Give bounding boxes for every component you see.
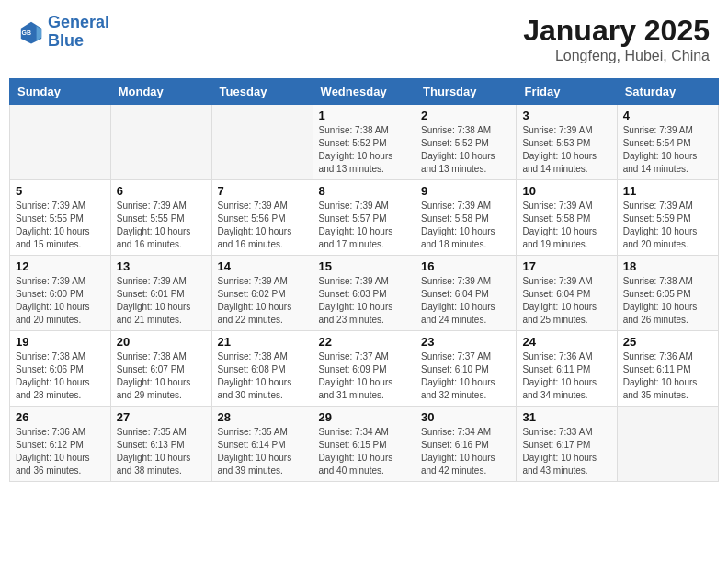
- day-number: 14: [218, 259, 307, 273]
- day-number: 7: [218, 184, 307, 198]
- calendar-cell: 17Sunrise: 7:39 AM Sunset: 6:04 PM Dayli…: [517, 256, 617, 331]
- day-number: 21: [218, 335, 307, 349]
- day-number: 2: [421, 109, 510, 122]
- calendar-cell: 2Sunrise: 7:38 AM Sunset: 5:52 PM Daylig…: [415, 105, 517, 180]
- day-number: 24: [522, 335, 610, 349]
- day-number: 19: [16, 335, 105, 349]
- calendar-cell: 31Sunrise: 7:33 AM Sunset: 6:17 PM Dayli…: [517, 407, 617, 482]
- calendar-cell: 4Sunrise: 7:39 AM Sunset: 5:54 PM Daylig…: [617, 105, 718, 180]
- calendar-cell: 1Sunrise: 7:38 AM Sunset: 5:52 PM Daylig…: [313, 105, 415, 180]
- day-info: Sunrise: 7:36 AM Sunset: 6:12 PM Dayligh…: [16, 426, 105, 477]
- calendar-cell: 30Sunrise: 7:34 AM Sunset: 6:16 PM Dayli…: [415, 407, 517, 482]
- calendar-cell: 6Sunrise: 7:39 AM Sunset: 5:55 PM Daylig…: [110, 180, 211, 256]
- calendar-cell: 13Sunrise: 7:39 AM Sunset: 6:01 PM Dayli…: [110, 256, 211, 331]
- day-number: 12: [16, 259, 105, 273]
- weekday-header-row: SundayMondayTuesdayWednesdayThursdayFrid…: [10, 79, 719, 105]
- calendar-cell: 29Sunrise: 7:34 AM Sunset: 6:15 PM Dayli…: [313, 407, 415, 482]
- day-info: Sunrise: 7:33 AM Sunset: 6:17 PM Dayligh…: [522, 426, 610, 477]
- day-number: 20: [117, 335, 206, 349]
- weekday-header-wednesday: Wednesday: [313, 79, 415, 105]
- day-number: 18: [623, 259, 712, 273]
- day-number: 13: [117, 259, 206, 273]
- day-number: 6: [117, 184, 206, 198]
- day-info: Sunrise: 7:37 AM Sunset: 6:10 PM Dayligh…: [421, 350, 510, 402]
- calendar-cell: 21Sunrise: 7:38 AM Sunset: 6:08 PM Dayli…: [211, 331, 313, 407]
- weekday-header-thursday: Thursday: [415, 79, 517, 105]
- title-block: January 2025 Longfeng, Hubei, China: [523, 14, 710, 64]
- day-info: Sunrise: 7:39 AM Sunset: 6:03 PM Dayligh…: [319, 275, 409, 327]
- day-number: 22: [319, 335, 409, 349]
- day-number: 11: [623, 184, 712, 198]
- calendar-week-row: 12Sunrise: 7:39 AM Sunset: 6:00 PM Dayli…: [10, 256, 719, 331]
- weekday-header-monday: Monday: [110, 79, 211, 105]
- day-info: Sunrise: 7:38 AM Sunset: 5:52 PM Dayligh…: [319, 124, 409, 176]
- location-title: Longfeng, Hubei, China: [523, 48, 710, 64]
- day-number: 9: [421, 184, 510, 198]
- weekday-header-friday: Friday: [517, 79, 617, 105]
- day-info: Sunrise: 7:39 AM Sunset: 6:04 PM Dayligh…: [522, 275, 610, 327]
- day-info: Sunrise: 7:39 AM Sunset: 6:02 PM Dayligh…: [218, 275, 307, 327]
- calendar-cell: 23Sunrise: 7:37 AM Sunset: 6:10 PM Dayli…: [415, 331, 517, 407]
- day-info: Sunrise: 7:34 AM Sunset: 6:15 PM Dayligh…: [319, 426, 409, 477]
- day-info: Sunrise: 7:39 AM Sunset: 5:58 PM Dayligh…: [421, 200, 510, 251]
- calendar-cell: 12Sunrise: 7:39 AM Sunset: 6:00 PM Dayli…: [10, 256, 111, 331]
- svg-text:GB: GB: [22, 29, 32, 36]
- calendar-cell: 10Sunrise: 7:39 AM Sunset: 5:58 PM Dayli…: [517, 180, 617, 256]
- day-info: Sunrise: 7:38 AM Sunset: 6:06 PM Dayligh…: [16, 350, 105, 402]
- calendar-cell: [10, 105, 111, 180]
- day-number: 27: [117, 410, 206, 424]
- weekday-header-tuesday: Tuesday: [211, 79, 313, 105]
- calendar-cell: 28Sunrise: 7:35 AM Sunset: 6:14 PM Dayli…: [211, 407, 313, 482]
- day-info: Sunrise: 7:38 AM Sunset: 5:52 PM Dayligh…: [421, 124, 510, 176]
- calendar-week-row: 26Sunrise: 7:36 AM Sunset: 6:12 PM Dayli…: [10, 407, 719, 482]
- calendar-cell: 26Sunrise: 7:36 AM Sunset: 6:12 PM Dayli…: [10, 407, 111, 482]
- calendar-week-row: 5Sunrise: 7:39 AM Sunset: 5:55 PM Daylig…: [10, 180, 719, 256]
- day-number: 31: [522, 410, 610, 424]
- day-info: Sunrise: 7:39 AM Sunset: 6:01 PM Dayligh…: [117, 275, 206, 327]
- day-info: Sunrise: 7:39 AM Sunset: 5:54 PM Dayligh…: [623, 124, 712, 176]
- calendar-table: SundayMondayTuesdayWednesdayThursdayFrid…: [9, 78, 719, 482]
- day-number: 5: [16, 184, 105, 198]
- page-header: GB General Blue January 2025 Longfeng, H…: [9, 9, 719, 69]
- day-number: 29: [319, 410, 409, 424]
- day-number: 15: [319, 259, 409, 273]
- calendar-cell: 24Sunrise: 7:36 AM Sunset: 6:11 PM Dayli…: [517, 331, 617, 407]
- calendar-cell: [110, 105, 211, 180]
- day-number: 1: [319, 109, 409, 122]
- day-number: 17: [522, 259, 610, 273]
- day-info: Sunrise: 7:39 AM Sunset: 5:55 PM Dayligh…: [16, 200, 105, 251]
- day-number: 28: [218, 410, 307, 424]
- calendar-cell: 25Sunrise: 7:36 AM Sunset: 6:11 PM Dayli…: [617, 331, 718, 407]
- calendar-cell: 16Sunrise: 7:39 AM Sunset: 6:04 PM Dayli…: [415, 256, 517, 331]
- day-info: Sunrise: 7:34 AM Sunset: 6:16 PM Dayligh…: [421, 426, 510, 477]
- day-info: Sunrise: 7:35 AM Sunset: 6:13 PM Dayligh…: [117, 426, 206, 477]
- logo-icon: GB: [18, 19, 44, 45]
- month-title: January 2025: [523, 14, 710, 48]
- day-number: 25: [623, 335, 712, 349]
- calendar-cell: 11Sunrise: 7:39 AM Sunset: 5:59 PM Dayli…: [617, 180, 718, 256]
- logo: GB General Blue: [18, 14, 109, 51]
- calendar-cell: 15Sunrise: 7:39 AM Sunset: 6:03 PM Dayli…: [313, 256, 415, 331]
- day-info: Sunrise: 7:39 AM Sunset: 5:55 PM Dayligh…: [117, 200, 206, 251]
- calendar-cell: 5Sunrise: 7:39 AM Sunset: 5:55 PM Daylig…: [10, 180, 111, 256]
- day-info: Sunrise: 7:38 AM Sunset: 6:07 PM Dayligh…: [117, 350, 206, 402]
- day-info: Sunrise: 7:39 AM Sunset: 6:00 PM Dayligh…: [16, 275, 105, 327]
- day-number: 3: [522, 109, 610, 122]
- day-info: Sunrise: 7:36 AM Sunset: 6:11 PM Dayligh…: [522, 350, 610, 402]
- day-info: Sunrise: 7:36 AM Sunset: 6:11 PM Dayligh…: [623, 350, 712, 402]
- weekday-header-sunday: Sunday: [10, 79, 111, 105]
- logo-line2: Blue: [48, 31, 84, 50]
- calendar-cell: 8Sunrise: 7:39 AM Sunset: 5:57 PM Daylig…: [313, 180, 415, 256]
- day-number: 4: [623, 109, 712, 122]
- day-number: 16: [421, 259, 510, 273]
- day-info: Sunrise: 7:39 AM Sunset: 6:04 PM Dayligh…: [421, 275, 510, 327]
- day-info: Sunrise: 7:39 AM Sunset: 5:58 PM Dayligh…: [522, 200, 610, 251]
- calendar-cell: 14Sunrise: 7:39 AM Sunset: 6:02 PM Dayli…: [211, 256, 313, 331]
- logo-line1: General: [48, 13, 109, 31]
- calendar-cell: 27Sunrise: 7:35 AM Sunset: 6:13 PM Dayli…: [110, 407, 211, 482]
- calendar-cell: 20Sunrise: 7:38 AM Sunset: 6:07 PM Dayli…: [110, 331, 211, 407]
- calendar-cell: 22Sunrise: 7:37 AM Sunset: 6:09 PM Dayli…: [313, 331, 415, 407]
- calendar-cell: 18Sunrise: 7:38 AM Sunset: 6:05 PM Dayli…: [617, 256, 718, 331]
- day-info: Sunrise: 7:35 AM Sunset: 6:14 PM Dayligh…: [218, 426, 307, 477]
- day-number: 23: [421, 335, 510, 349]
